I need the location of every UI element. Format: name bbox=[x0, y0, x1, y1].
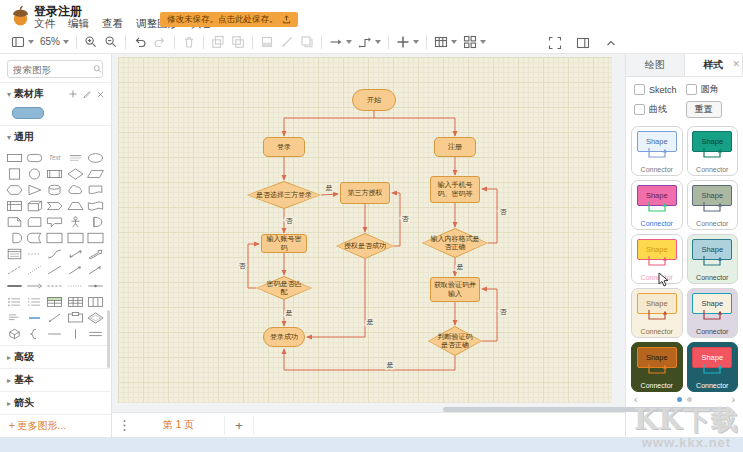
shape-vertical-line[interactable] bbox=[66, 326, 85, 341]
section-library[interactable]: ▾ 素材库 bbox=[0, 82, 111, 105]
shape-double-line[interactable] bbox=[86, 326, 105, 341]
sidebar-scrollbar[interactable] bbox=[107, 310, 110, 368]
shape-table-plain[interactable] bbox=[66, 294, 85, 309]
shape-rectangle[interactable] bbox=[5, 150, 24, 165]
library-edit-icon[interactable] bbox=[83, 90, 91, 98]
shape-document[interactable] bbox=[86, 182, 105, 197]
more-shapes-link[interactable]: + 更多图形... bbox=[0, 419, 111, 433]
style-preset-2[interactable]: ShapeConnector bbox=[687, 126, 739, 176]
flow-node-codeOk[interactable]: 判断验证码是否正确 bbox=[428, 326, 482, 356]
shape-dashed-edge[interactable] bbox=[45, 278, 64, 293]
shape-list-small[interactable] bbox=[5, 310, 24, 325]
shape-pencil-line[interactable] bbox=[45, 310, 64, 325]
shape-search-box[interactable] bbox=[7, 60, 103, 78]
pager-next-icon[interactable]: › bbox=[732, 394, 735, 405]
view-panel-button[interactable] bbox=[8, 33, 37, 51]
canvas-area[interactable]: 是否否是否是否是否是 开始登录注册是否选择三方登录第三方授权输入手机号码、密码等… bbox=[112, 54, 625, 412]
shape-directional-edge[interactable] bbox=[66, 262, 85, 277]
flow-node-choose3rd[interactable]: 是否选择三方登录 bbox=[247, 181, 321, 209]
format-panel-button[interactable] bbox=[573, 34, 593, 52]
pages-menu-icon[interactable] bbox=[122, 419, 127, 432]
shape-table-green[interactable] bbox=[45, 294, 64, 309]
shape-curly-brace[interactable] bbox=[25, 326, 44, 341]
style-preset-3[interactable]: ShapeConnector bbox=[631, 180, 683, 230]
zoom-in-button[interactable] bbox=[81, 33, 101, 51]
panel-close-icon[interactable]: ✕ bbox=[732, 59, 740, 69]
library-custom-shape[interactable] bbox=[12, 107, 44, 119]
shape-circle[interactable] bbox=[25, 166, 44, 181]
shape-dotted-edge[interactable] bbox=[66, 278, 85, 293]
shape-curve[interactable] bbox=[45, 246, 64, 261]
shape-text[interactable]: Text bbox=[45, 150, 64, 165]
table-button[interactable] bbox=[431, 33, 460, 51]
layout-button[interactable] bbox=[460, 33, 489, 51]
shape-horizontal-line[interactable] bbox=[45, 326, 64, 341]
horizontal-scrollbar[interactable] bbox=[443, 407, 729, 412]
shape-parallelogram[interactable] bbox=[86, 166, 105, 181]
menu-view[interactable]: 查看 bbox=[102, 17, 123, 31]
library-add-icon[interactable] bbox=[69, 90, 77, 98]
style-preset-5[interactable]: ShapeConnector bbox=[631, 234, 683, 284]
drawing-page[interactable]: 是否否是否是否是否是 开始登录注册是否选择三方登录第三方授权输入手机号码、密码等… bbox=[118, 57, 612, 403]
shape-process[interactable] bbox=[45, 166, 64, 181]
pager-prev-icon[interactable]: ‹ bbox=[634, 394, 637, 405]
flow-node-inputAcct[interactable]: 输入账号密码 bbox=[261, 234, 307, 253]
shape-or[interactable] bbox=[86, 214, 105, 229]
collapse-button[interactable] bbox=[601, 34, 621, 52]
section-advanced[interactable]: ▸ 高级 bbox=[0, 345, 111, 368]
shape-table-columns[interactable] bbox=[86, 294, 105, 309]
shape-diamond[interactable] bbox=[66, 166, 85, 181]
shape-link[interactable] bbox=[25, 310, 44, 325]
shape-triangle[interactable] bbox=[25, 182, 44, 197]
shape-titled-container[interactable] bbox=[66, 310, 85, 325]
shape-list[interactable] bbox=[5, 246, 24, 261]
shape-ellipse[interactable] bbox=[86, 150, 105, 165]
flow-node-auth3rd[interactable]: 第三方授权 bbox=[340, 182, 390, 204]
shape-hexagon[interactable] bbox=[5, 182, 24, 197]
flow-node-pwdMatch[interactable]: 密码是否匹配 bbox=[256, 276, 312, 300]
shape-heading[interactable] bbox=[66, 150, 85, 165]
shape-actor[interactable] bbox=[66, 214, 85, 229]
shape-rounded-rectangle[interactable] bbox=[25, 150, 44, 165]
shape-tape[interactable] bbox=[86, 198, 105, 213]
pager-dot-active[interactable] bbox=[677, 397, 682, 402]
shape-cylinder[interactable] bbox=[45, 182, 64, 197]
add-page-button[interactable]: + bbox=[224, 416, 254, 435]
shape-square[interactable] bbox=[5, 166, 24, 181]
curved-checkbox[interactable]: 曲线 bbox=[634, 101, 686, 118]
insert-button[interactable] bbox=[393, 33, 422, 51]
flow-node-login[interactable]: 登录 bbox=[263, 137, 305, 157]
fullscreen-button[interactable] bbox=[545, 34, 565, 52]
style-preset-9[interactable]: ShapeConnector bbox=[631, 342, 683, 392]
style-preset-6[interactable]: ShapeConnector bbox=[687, 234, 739, 284]
flow-node-authOk[interactable]: 授权是否成功 bbox=[336, 233, 394, 259]
shape-step[interactable] bbox=[45, 198, 64, 213]
shape-trapezoid[interactable] bbox=[66, 198, 85, 213]
shape-arrow-simple[interactable] bbox=[25, 278, 44, 293]
style-preset-4[interactable]: ShapeConnector bbox=[687, 180, 739, 230]
shape-directional-edge[interactable] bbox=[86, 262, 105, 277]
style-preset-10[interactable]: ShapeConnector bbox=[687, 342, 739, 392]
shape-bidirectional-arrow[interactable] bbox=[66, 246, 85, 261]
shape-and[interactable] bbox=[5, 230, 24, 245]
pager-dot[interactable] bbox=[687, 397, 692, 402]
shape-cube-3d[interactable] bbox=[5, 326, 24, 341]
zoom-out-button[interactable] bbox=[101, 33, 121, 51]
flow-node-getCode[interactable]: 获取验证码并输入 bbox=[430, 277, 480, 302]
menu-edit[interactable]: 编辑 bbox=[68, 17, 89, 31]
zoom-level-button[interactable]: 65% bbox=[37, 34, 72, 49]
page-tab-1[interactable]: 第 1 页 bbox=[149, 415, 208, 435]
menu-file[interactable]: 文件 bbox=[34, 17, 55, 31]
section-general[interactable]: ▾ 通用 bbox=[0, 125, 111, 148]
shape-line[interactable] bbox=[45, 262, 64, 277]
shape-divider[interactable] bbox=[25, 246, 44, 261]
shape-unordered-list[interactable] bbox=[5, 294, 24, 309]
shape-internal-storage[interactable] bbox=[5, 198, 24, 213]
sketch-checkbox[interactable]: Sketch bbox=[634, 83, 686, 96]
shape-dashed-line[interactable] bbox=[5, 262, 24, 277]
reset-button[interactable]: 重置 bbox=[686, 101, 722, 118]
shape-callout[interactable] bbox=[45, 214, 64, 229]
flow-node-loginOk[interactable]: 登录成功 bbox=[263, 327, 305, 347]
shape-labeled-edge[interactable] bbox=[86, 278, 105, 293]
shape-line-bold[interactable] bbox=[5, 278, 24, 293]
